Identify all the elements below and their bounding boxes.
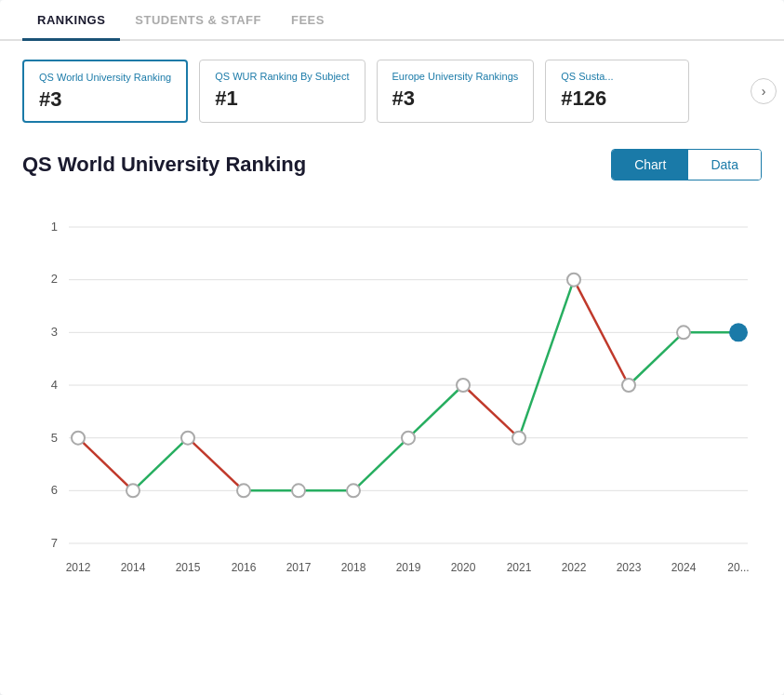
ranking-card-europe-value: #3 — [392, 87, 519, 111]
toggle-chart-button[interactable]: Chart — [612, 150, 688, 180]
ranking-card-qs-susta-value: #126 — [561, 87, 673, 111]
ranking-card-qs-subject[interactable]: QS WUR Ranking By Subject #1 — [199, 60, 365, 123]
data-point-2023 — [622, 379, 635, 392]
ranking-card-qs-world[interactable]: QS World University Ranking #3 — [22, 60, 188, 123]
tabs-container: RANKINGS STUDENTS & STAFF FEES — [0, 0, 784, 41]
data-point-latest — [729, 324, 748, 342]
ranking-card-qs-susta[interactable]: QS Susta... #126 — [545, 60, 689, 123]
ranking-cards-container: QS World University Ranking #3 QS WUR Ra… — [0, 60, 784, 123]
toggle-data-button[interactable]: Data — [688, 150, 761, 180]
chart-area: 1 2 3 4 5 6 7 2012 2014 2015 2016 2017 2… — [0, 199, 784, 621]
data-point-2017 — [292, 485, 305, 498]
svg-line-27 — [78, 438, 133, 491]
data-point-2012 — [72, 432, 85, 445]
svg-text:2: 2 — [51, 272, 58, 286]
data-point-2018 — [347, 485, 360, 498]
svg-line-35 — [519, 280, 574, 438]
svg-text:2024: 2024 — [671, 561, 697, 574]
svg-line-29 — [188, 438, 244, 491]
chevron-right-icon[interactable]: › — [751, 78, 777, 104]
data-point-2019 — [402, 432, 415, 445]
svg-text:20...: 20... — [727, 561, 749, 574]
svg-text:2021: 2021 — [507, 561, 532, 574]
data-point-2020 — [457, 379, 470, 392]
ranking-card-qs-world-value: #3 — [39, 87, 171, 112]
svg-text:2018: 2018 — [341, 561, 366, 574]
svg-text:2016: 2016 — [232, 561, 257, 574]
svg-line-28 — [133, 438, 188, 491]
svg-text:2012: 2012 — [66, 561, 91, 574]
ranking-card-qs-world-label: QS World University Ranking — [39, 71, 171, 84]
data-point-2022 — [567, 274, 580, 287]
data-point-2021 — [512, 432, 525, 445]
svg-line-32 — [353, 438, 408, 491]
svg-text:7: 7 — [51, 536, 58, 550]
ranking-card-qs-subject-value: #1 — [215, 87, 349, 111]
svg-text:2014: 2014 — [121, 561, 146, 574]
svg-text:2020: 2020 — [451, 561, 476, 574]
svg-text:4: 4 — [51, 378, 58, 392]
svg-text:5: 5 — [51, 431, 58, 445]
svg-text:6: 6 — [51, 483, 58, 497]
svg-line-34 — [463, 385, 519, 438]
chart-container: 1 2 3 4 5 6 7 2012 2014 2015 2016 2017 2… — [22, 199, 762, 599]
main-card: RANKINGS STUDENTS & STAFF FEES QS World … — [0, 0, 784, 695]
svg-text:2022: 2022 — [562, 561, 587, 574]
ranking-card-europe[interactable]: Europe University Rankings #3 — [377, 60, 535, 123]
svg-line-37 — [629, 333, 684, 386]
data-point-2014 — [126, 485, 140, 498]
svg-text:2017: 2017 — [286, 561, 312, 574]
ranking-card-europe-label: Europe University Rankings — [392, 70, 519, 83]
chart-svg: 1 2 3 4 5 6 7 2012 2014 2015 2016 2017 2… — [22, 199, 762, 599]
data-point-2016 — [237, 485, 250, 498]
svg-text:1: 1 — [51, 220, 58, 234]
svg-text:3: 3 — [51, 325, 58, 339]
svg-text:2023: 2023 — [617, 561, 642, 574]
data-point-2015 — [181, 432, 194, 445]
svg-text:2019: 2019 — [396, 561, 421, 574]
section-header: QS World University Ranking Chart Data — [0, 149, 784, 180]
tab-students-staff[interactable]: STUDENTS & STAFF — [120, 0, 276, 41]
ranking-card-qs-subject-label: QS WUR Ranking By Subject — [215, 70, 349, 83]
data-point-2024 — [677, 327, 690, 340]
toggle-buttons: Chart Data — [611, 149, 762, 180]
tab-rankings[interactable]: RANKINGS — [22, 0, 120, 41]
ranking-card-qs-susta-label: QS Susta... — [561, 70, 673, 83]
tab-fees[interactable]: FEES — [276, 0, 339, 41]
svg-line-33 — [408, 385, 463, 438]
section-title: QS World University Ranking — [22, 153, 306, 177]
svg-text:2015: 2015 — [176, 561, 201, 574]
